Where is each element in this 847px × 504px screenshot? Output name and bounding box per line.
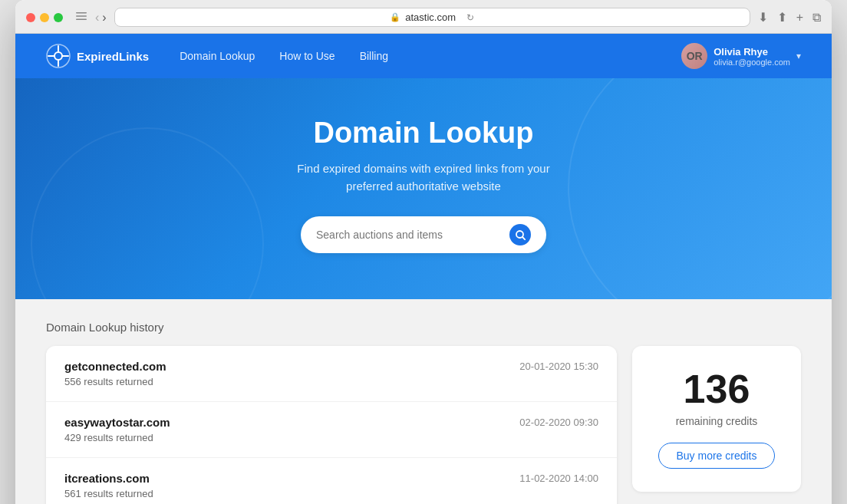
credits-number: 136 — [648, 369, 786, 409]
search-icon — [516, 230, 526, 240]
sidebar-toggle-icon[interactable] — [75, 10, 87, 25]
avatar: OR — [681, 43, 707, 69]
search-input[interactable] — [316, 229, 509, 241]
user-name: Olivia Rhye — [714, 46, 790, 58]
close-button[interactable] — [26, 13, 35, 22]
browser-chrome: ‹ › 🔒 atastic.com ↻ ⬇ ⬆ + ⧉ — [15, 0, 832, 34]
nav-link-domain-lookup[interactable]: Domain Lookup — [180, 50, 255, 62]
svg-rect-0 — [76, 12, 87, 14]
minimize-button[interactable] — [40, 13, 49, 22]
buy-credits-button[interactable]: Buy more credits — [658, 443, 774, 469]
content-grid: getconnected.com 20-01-2020 15:30 556 re… — [46, 346, 801, 504]
forward-arrow-icon[interactable]: › — [102, 11, 106, 25]
url-text: atastic.com — [405, 12, 456, 23]
main-content: Domain Lookup history getconnected.com 2… — [15, 299, 832, 504]
result-count: 429 results returned — [64, 432, 598, 443]
history-item-header: easywaytostar.com 02-02-2020 09:30 — [64, 416, 598, 429]
history-item[interactable]: getconnected.com 20-01-2020 15:30 556 re… — [46, 346, 617, 402]
history-list: getconnected.com 20-01-2020 15:30 556 re… — [46, 346, 617, 504]
svg-point-4 — [54, 52, 62, 60]
browser-actions: ⬇ ⬆ + ⧉ — [758, 10, 821, 25]
history-item[interactable]: easywaytostar.com 02-02-2020 09:30 429 r… — [46, 402, 617, 458]
credits-card: 136 remaining credits Buy more credits — [632, 346, 801, 492]
user-email: olivia.r@google.com — [714, 58, 790, 67]
user-menu[interactable]: OR Olivia Rhye olivia.r@google.com ▾ — [681, 43, 801, 69]
traffic-lights — [26, 13, 63, 22]
domain-name: itcreations.com — [64, 472, 150, 485]
hero-subtitle: Find expired domains with expired links … — [278, 160, 569, 195]
logo-text: ExpiredLinks — [77, 50, 149, 63]
nav-links: Domain Lookup How to Use Billing — [180, 50, 681, 62]
new-tab-icon[interactable]: + — [796, 11, 803, 25]
timestamp: 20-01-2020 15:30 — [519, 361, 598, 372]
tabs-icon[interactable]: ⧉ — [812, 11, 821, 25]
timestamp: 02-02-2020 09:30 — [519, 417, 598, 428]
domain-name: getconnected.com — [64, 360, 166, 373]
logo-icon — [46, 44, 71, 68]
download-icon[interactable]: ⬇ — [758, 10, 768, 25]
hero-section: Domain Lookup Find expired domains with … — [15, 78, 832, 299]
history-item-header: getconnected.com 20-01-2020 15:30 — [64, 360, 598, 373]
back-arrow-icon[interactable]: ‹ — [95, 11, 99, 25]
nav-link-how-to-use[interactable]: How to Use — [279, 50, 335, 62]
browser-window: ‹ › 🔒 atastic.com ↻ ⬇ ⬆ + ⧉ — [15, 0, 832, 504]
lock-icon: 🔒 — [390, 12, 400, 22]
user-info: Olivia Rhye olivia.r@google.com — [714, 46, 790, 67]
svg-rect-2 — [76, 19, 87, 21]
hero-title: Domain Lookup — [31, 117, 816, 150]
domain-name: easywaytostar.com — [64, 416, 170, 429]
site-nav: ExpiredLinks Domain Lookup How to Use Bi… — [15, 34, 832, 78]
reload-icon[interactable]: ↻ — [466, 12, 474, 23]
logo-area[interactable]: ExpiredLinks — [46, 44, 149, 68]
nav-arrows: ‹ › — [95, 11, 107, 25]
result-count: 556 results returned — [64, 376, 598, 387]
svg-rect-1 — [76, 15, 87, 17]
credits-label: remaining credits — [648, 415, 786, 427]
chevron-down-icon: ▾ — [796, 51, 801, 61]
address-bar[interactable]: 🔒 atastic.com ↻ — [114, 8, 750, 27]
share-icon[interactable]: ⬆ — [777, 10, 787, 25]
timestamp: 11-02-2020 14:00 — [519, 473, 598, 484]
history-label: Domain Lookup history — [46, 321, 801, 334]
search-button[interactable] — [509, 224, 531, 245]
nav-link-billing[interactable]: Billing — [360, 50, 388, 62]
search-bar[interactable] — [301, 216, 546, 253]
svg-line-10 — [522, 237, 526, 240]
result-count: 561 results returned — [64, 488, 598, 499]
history-item-header: itcreations.com 11-02-2020 14:00 — [64, 472, 598, 485]
site-content: ExpiredLinks Domain Lookup How to Use Bi… — [15, 34, 832, 504]
history-item[interactable]: itcreations.com 11-02-2020 14:00 561 res… — [46, 458, 617, 504]
fullscreen-button[interactable] — [54, 13, 63, 22]
